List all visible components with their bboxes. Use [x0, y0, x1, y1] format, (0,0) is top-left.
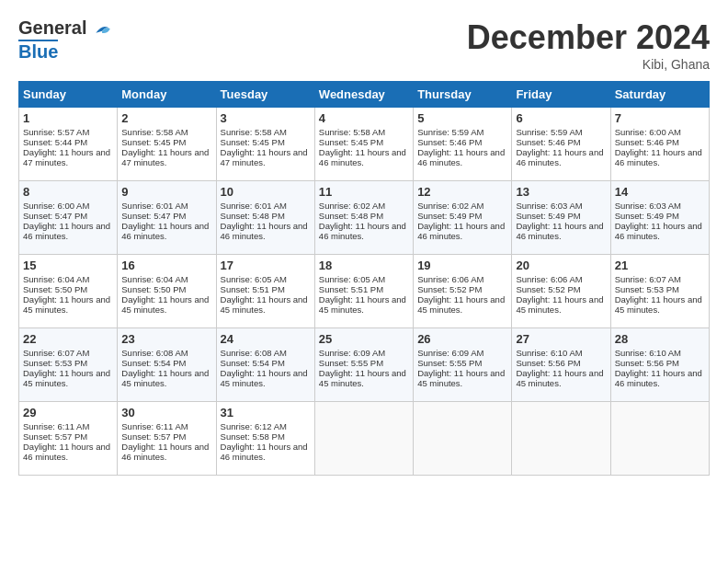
calendar-cell: 5 Sunrise: 5:59 AM Sunset: 5:46 PM Dayli… — [414, 108, 512, 181]
sunrise-label: Sunrise: 6:10 AM — [516, 348, 582, 358]
day-number: 11 — [319, 185, 409, 199]
daylight-label: Daylight: 11 hours and 45 minutes. — [319, 294, 406, 315]
day-number: 6 — [516, 111, 606, 125]
calendar-cell: 27 Sunrise: 6:10 AM Sunset: 5:56 PM Dayl… — [512, 328, 610, 402]
sunrise-label: Sunrise: 6:01 AM — [221, 201, 287, 211]
daylight-label: Daylight: 11 hours and 46 minutes. — [615, 221, 702, 241]
calendar-cell: 14 Sunrise: 6:03 AM Sunset: 5:49 PM Dayl… — [610, 181, 709, 255]
header-tuesday: Tuesday — [216, 82, 314, 108]
sunset-label: Sunset: 5:46 PM — [615, 137, 679, 147]
day-number: 29 — [23, 406, 113, 419]
sunrise-label: Sunrise: 5:58 AM — [319, 127, 385, 137]
daylight-label: Daylight: 11 hours and 46 minutes. — [121, 442, 209, 462]
sunset-label: Sunset: 5:55 PM — [319, 358, 383, 368]
day-number: 31 — [221, 406, 311, 419]
day-number: 28 — [615, 332, 705, 346]
sunrise-label: Sunrise: 6:03 AM — [516, 201, 582, 211]
calendar-week-4: 22 Sunrise: 6:07 AM Sunset: 5:53 PM Dayl… — [19, 328, 710, 402]
logo-blue: Blue — [18, 40, 58, 61]
sunset-label: Sunset: 5:49 PM — [615, 211, 679, 221]
daylight-label: Daylight: 11 hours and 45 minutes. — [221, 368, 308, 388]
sunrise-label: Sunrise: 6:04 AM — [121, 274, 188, 284]
calendar-cell: 18 Sunrise: 6:05 AM Sunset: 5:51 PM Dayl… — [314, 255, 413, 328]
calendar-cell: 23 Sunrise: 6:08 AM Sunset: 5:54 PM Dayl… — [118, 328, 216, 402]
daylight-label: Daylight: 11 hours and 46 minutes. — [615, 147, 702, 167]
day-number: 14 — [615, 185, 705, 199]
sunset-label: Sunset: 5:46 PM — [417, 137, 482, 147]
daylight-label: Daylight: 11 hours and 46 minutes. — [417, 221, 505, 241]
calendar-cell: 9 Sunrise: 6:01 AM Sunset: 5:47 PM Dayli… — [118, 181, 216, 255]
calendar-table: SundayMondayTuesdayWednesdayThursdayFrid… — [18, 81, 710, 476]
sunrise-label: Sunrise: 6:09 AM — [417, 348, 483, 358]
calendar-cell: 12 Sunrise: 6:02 AM Sunset: 5:49 PM Dayl… — [414, 181, 512, 255]
daylight-label: Daylight: 11 hours and 46 minutes. — [221, 442, 308, 462]
sunrise-label: Sunrise: 5:59 AM — [417, 127, 483, 137]
day-number: 17 — [221, 259, 311, 272]
sunset-label: Sunset: 5:53 PM — [615, 284, 679, 294]
header-wednesday: Wednesday — [314, 82, 413, 108]
day-number: 9 — [121, 185, 211, 199]
sunset-label: Sunset: 5:49 PM — [417, 211, 482, 221]
sunset-label: Sunset: 5:49 PM — [516, 211, 580, 221]
daylight-label: Daylight: 11 hours and 45 minutes. — [23, 368, 110, 388]
daylight-label: Daylight: 11 hours and 47 minutes. — [23, 147, 110, 167]
header-thursday: Thursday — [414, 82, 512, 108]
sunrise-label: Sunrise: 6:04 AM — [23, 274, 89, 284]
calendar-week-3: 15 Sunrise: 6:04 AM Sunset: 5:50 PM Dayl… — [19, 255, 710, 328]
day-number: 13 — [516, 185, 606, 199]
sunset-label: Sunset: 5:52 PM — [417, 284, 482, 294]
sunrise-label: Sunrise: 6:08 AM — [121, 348, 188, 358]
calendar-cell: 7 Sunrise: 6:00 AM Sunset: 5:46 PM Dayli… — [610, 108, 709, 181]
calendar-header-row: SundayMondayTuesdayWednesdayThursdayFrid… — [19, 82, 710, 108]
daylight-label: Daylight: 11 hours and 46 minutes. — [121, 221, 209, 241]
sunset-label: Sunset: 5:53 PM — [23, 358, 87, 368]
sunrise-label: Sunrise: 5:58 AM — [121, 127, 188, 137]
sunrise-label: Sunrise: 6:12 AM — [221, 421, 287, 431]
sunset-label: Sunset: 5:45 PM — [121, 137, 186, 147]
logo: General Blue — [18, 18, 112, 61]
sunrise-label: Sunrise: 6:09 AM — [319, 348, 385, 358]
daylight-label: Daylight: 11 hours and 45 minutes. — [23, 294, 110, 315]
calendar-cell — [314, 402, 413, 476]
daylight-label: Daylight: 11 hours and 46 minutes. — [221, 221, 308, 241]
day-number: 16 — [121, 259, 211, 272]
sunrise-label: Sunrise: 6:06 AM — [516, 274, 582, 284]
calendar-week-5: 29 Sunrise: 6:11 AM Sunset: 5:57 PM Dayl… — [19, 402, 710, 476]
daylight-label: Daylight: 11 hours and 45 minutes. — [417, 368, 505, 388]
calendar-cell: 31 Sunrise: 6:12 AM Sunset: 5:58 PM Dayl… — [216, 402, 314, 476]
sunrise-label: Sunrise: 5:57 AM — [23, 127, 89, 137]
daylight-label: Daylight: 11 hours and 46 minutes. — [319, 147, 406, 167]
sunrise-label: Sunrise: 6:05 AM — [221, 274, 287, 284]
sunrise-label: Sunrise: 6:03 AM — [615, 201, 681, 211]
calendar-cell: 26 Sunrise: 6:09 AM Sunset: 5:55 PM Dayl… — [414, 328, 512, 402]
day-number: 10 — [221, 185, 311, 199]
daylight-label: Daylight: 11 hours and 46 minutes. — [516, 221, 603, 241]
calendar-cell: 10 Sunrise: 6:01 AM Sunset: 5:48 PM Dayl… — [216, 181, 314, 255]
calendar-cell: 2 Sunrise: 5:58 AM Sunset: 5:45 PM Dayli… — [118, 108, 216, 181]
calendar-cell: 15 Sunrise: 6:04 AM Sunset: 5:50 PM Dayl… — [19, 255, 118, 328]
sunset-label: Sunset: 5:51 PM — [319, 284, 383, 294]
sunrise-label: Sunrise: 6:00 AM — [615, 127, 681, 137]
day-number: 7 — [615, 111, 705, 125]
calendar-cell: 6 Sunrise: 5:59 AM Sunset: 5:46 PM Dayli… — [512, 108, 610, 181]
location: Kibi, Ghana — [467, 57, 710, 72]
day-number: 18 — [319, 259, 409, 272]
calendar-cell: 3 Sunrise: 5:58 AM Sunset: 5:45 PM Dayli… — [216, 108, 314, 181]
calendar-cell: 1 Sunrise: 5:57 AM Sunset: 5:44 PM Dayli… — [19, 108, 118, 181]
sunset-label: Sunset: 5:47 PM — [23, 211, 87, 221]
daylight-label: Daylight: 11 hours and 46 minutes. — [23, 442, 110, 462]
daylight-label: Daylight: 11 hours and 45 minutes. — [319, 368, 406, 388]
day-number: 25 — [319, 332, 409, 346]
daylight-label: Daylight: 11 hours and 45 minutes. — [417, 294, 505, 315]
daylight-label: Daylight: 11 hours and 45 minutes. — [121, 368, 209, 388]
day-number: 15 — [23, 259, 113, 272]
daylight-label: Daylight: 11 hours and 46 minutes. — [516, 147, 603, 167]
day-number: 21 — [615, 259, 705, 272]
day-number: 23 — [121, 332, 211, 346]
day-number: 8 — [23, 185, 113, 199]
sunrise-label: Sunrise: 6:05 AM — [319, 274, 385, 284]
sunrise-label: Sunrise: 6:02 AM — [319, 201, 385, 211]
calendar-cell: 29 Sunrise: 6:11 AM Sunset: 5:57 PM Dayl… — [19, 402, 118, 476]
calendar-cell: 11 Sunrise: 6:02 AM Sunset: 5:48 PM Dayl… — [314, 181, 413, 255]
sunset-label: Sunset: 5:52 PM — [516, 284, 580, 294]
